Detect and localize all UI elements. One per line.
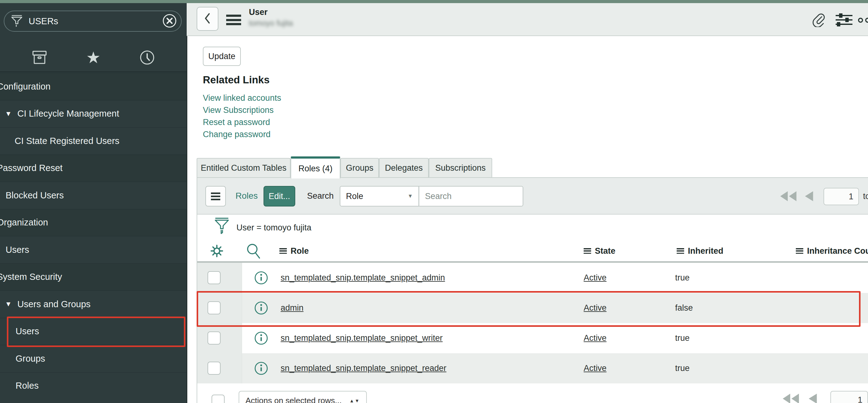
hamburger-icon xyxy=(211,193,220,200)
nav-item-label: Organization xyxy=(0,217,48,228)
info-icon[interactable] xyxy=(254,331,268,345)
nav-item-blocked-users[interactable]: Blocked Users xyxy=(0,181,187,209)
history-clock-icon[interactable] xyxy=(140,50,155,65)
column-header-inherited[interactable]: Inherited xyxy=(677,241,723,261)
personalize-sliders-icon[interactable] xyxy=(836,13,852,27)
favorites-star-icon[interactable]: ★ xyxy=(86,49,101,66)
previous-page-icon[interactable] xyxy=(805,191,813,201)
row-checkbox[interactable] xyxy=(208,362,221,375)
nav-item-users[interactable]: Users xyxy=(0,236,187,263)
link-change-password[interactable]: Change password xyxy=(203,130,271,139)
nav-section-organization[interactable]: Organization xyxy=(0,209,187,236)
record-subtitle: tomoyo fujita xyxy=(249,19,293,28)
nav-section-password-reset[interactable]: Password Reset xyxy=(0,155,187,182)
tab-subscriptions[interactable]: Subscriptions xyxy=(429,158,492,177)
tab-groups[interactable]: Groups xyxy=(340,158,379,177)
form-context-menu-icon[interactable] xyxy=(226,14,241,25)
gear-icon[interactable] xyxy=(210,244,224,258)
actions-on-selected-rows-select[interactable]: Actions on selected rows... ▲▼ xyxy=(239,391,367,403)
tab-roles[interactable]: Roles (4) xyxy=(290,157,340,178)
link-view-subscriptions[interactable]: View Subscriptions xyxy=(203,105,274,115)
bottom-page-number-input[interactable] xyxy=(830,391,868,403)
column-header-inheritance-count[interactable]: Inheritance Count xyxy=(796,241,868,261)
list-footer: Actions on selected rows... ▲▼ xyxy=(197,383,868,403)
tab-delegates[interactable]: Delegates xyxy=(379,158,429,177)
record-header: User tomoyo fujita xyxy=(187,3,868,36)
row-checkbox[interactable] xyxy=(208,332,221,344)
filter-condition[interactable]: User = tomoyo fujita xyxy=(237,214,311,241)
search-column-select[interactable]: Role ▼ xyxy=(340,186,419,206)
first-page-icon[interactable] xyxy=(780,191,797,201)
back-button[interactable] xyxy=(197,7,218,31)
state-link[interactable]: Active xyxy=(584,303,607,313)
nav-item-label: Blocked Users xyxy=(6,190,64,201)
navigator-menu: Configuration ▼ CI Lifecycle Management … xyxy=(0,73,187,399)
role-link[interactable]: sn_templated_snip.template_snippet_admin xyxy=(281,273,445,283)
nav-item-label: Users xyxy=(16,326,39,336)
row-checkbox[interactable] xyxy=(208,301,221,314)
info-icon[interactable] xyxy=(254,271,268,285)
state-link[interactable]: Active xyxy=(584,364,607,373)
table-row: sn_templated_snip.template_snippet_write… xyxy=(197,323,868,354)
related-links-heading: Related Links xyxy=(203,74,270,86)
state-link[interactable]: Active xyxy=(584,333,607,343)
nav-item-groups[interactable]: Groups xyxy=(0,345,187,372)
role-link[interactable]: sn_templated_snip.template_snippet_write… xyxy=(281,333,443,343)
search-icon[interactable] xyxy=(246,243,261,259)
collapse-arrow-icon: ▼ xyxy=(5,110,12,118)
tab-entitled-custom-tables[interactable]: Entitled Custom Tables xyxy=(197,158,290,177)
row-checkbox[interactable] xyxy=(208,271,221,284)
list-search-input[interactable] xyxy=(419,186,523,206)
nav-section-users-and-groups[interactable]: ▼ Users and Groups xyxy=(0,291,187,318)
all-applications-icon[interactable] xyxy=(32,51,47,65)
role-link[interactable]: sn_templated_snip.template_snippet_reade… xyxy=(281,364,446,373)
select-carets-icon: ▲▼ xyxy=(349,398,360,403)
clear-filter-button[interactable] xyxy=(162,14,177,29)
column-header-role[interactable]: Role xyxy=(279,241,309,261)
nav-item-label: Users xyxy=(6,245,29,255)
chevron-left-icon xyxy=(204,12,212,25)
nav-section-system-security[interactable]: System Security xyxy=(0,263,187,291)
page-number-input[interactable] xyxy=(824,188,859,205)
link-reset-a-password[interactable]: Reset a password xyxy=(203,117,270,127)
nav-item-roles[interactable]: Roles xyxy=(0,372,187,400)
nav-item-users-and-groups-users[interactable]: Users xyxy=(0,318,187,345)
nav-item-label: Groups xyxy=(16,354,45,364)
inherited-value: true xyxy=(675,263,690,293)
update-button[interactable]: Update xyxy=(203,47,241,66)
close-circle-icon xyxy=(162,14,177,29)
top-strip xyxy=(0,0,868,3)
navigator-filter-input[interactable] xyxy=(28,16,162,27)
info-icon[interactable] xyxy=(254,301,268,315)
inherited-value: false xyxy=(675,293,693,323)
edit-button[interactable]: Edit... xyxy=(264,186,295,206)
attachment-paperclip-icon[interactable] xyxy=(811,12,826,27)
first-page-icon[interactable] xyxy=(782,394,800,403)
list-filter-funnel-icon[interactable] xyxy=(215,217,229,236)
list-title-link[interactable]: Roles xyxy=(236,178,258,214)
nav-item-label: Users and Groups xyxy=(18,299,91,309)
chevron-down-icon: ▼ xyxy=(408,193,413,199)
nav-section-ci-lifecycle-management[interactable]: ▼ CI Lifecycle Management xyxy=(0,100,187,128)
nav-item-label: CI Lifecycle Management xyxy=(18,108,119,119)
more-options-icon[interactable] xyxy=(858,18,868,23)
select-all-checkbox[interactable] xyxy=(212,395,225,403)
column-menu-icon xyxy=(677,248,684,254)
role-link[interactable]: admin xyxy=(281,303,304,313)
nav-section-configuration[interactable]: Configuration xyxy=(0,73,187,100)
list-context-menu-button[interactable] xyxy=(205,186,226,206)
nav-item-ci-state-registered-users[interactable]: CI State Registered Users xyxy=(0,127,187,155)
previous-page-icon[interactable] xyxy=(809,394,817,403)
navigator-filter xyxy=(4,10,182,32)
link-view-linked-accounts[interactable]: View linked accounts xyxy=(203,93,281,103)
list-filter-row: User = tomoyo fujita xyxy=(197,214,868,241)
column-header-state[interactable]: State xyxy=(584,241,615,261)
column-menu-icon xyxy=(584,248,591,254)
table-row-highlighted: admin Active false xyxy=(197,293,868,324)
list-header-row: Role State Inherited Inheritance Count xyxy=(197,241,868,263)
info-icon[interactable] xyxy=(254,361,268,375)
table-row: sn_templated_snip.template_snippet_admin… xyxy=(197,263,868,293)
nav-item-label: CI State Registered Users xyxy=(14,136,120,146)
nav-item-label: Password Reset xyxy=(0,163,63,173)
state-link[interactable]: Active xyxy=(584,273,607,283)
